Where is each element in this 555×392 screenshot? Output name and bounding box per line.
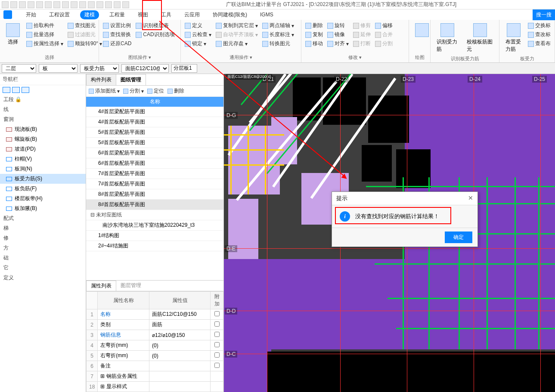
property-row[interactable]: 18⊞ 显示样式 — [87, 382, 223, 392]
drawing-row[interactable]: 5#首层板配筋平面图 — [86, 138, 223, 148]
app-logo-icon[interactable] — [3, 10, 12, 19]
qat-icon[interactable] — [10, 1, 17, 8]
extra-checkbox[interactable] — [214, 332, 220, 337]
extra-checkbox[interactable] — [214, 311, 220, 316]
extra-checkbox[interactable] — [214, 321, 220, 327]
property-value[interactable] — [149, 382, 211, 392]
save-element-button[interactable]: 图元存盘 ▾ — [214, 40, 259, 48]
nav-leaf[interactable]: 板受力筋(S) — [0, 174, 86, 184]
move-button[interactable]: 移动 — [304, 40, 324, 48]
property-row[interactable]: 3钢筋信息⌀12/⌀10@150 — [87, 330, 223, 340]
length-dim-button[interactable]: 长度标注 ▾ — [261, 31, 295, 39]
drawing-row[interactable]: 南沙东湾地块三地下室结施20220429_t3 — [86, 220, 223, 231]
pick-element-button[interactable]: 拾取构件 — [25, 22, 65, 30]
offset-button[interactable]: 偏移 — [374, 22, 394, 30]
property-value[interactable]: 面筋 — [149, 320, 211, 330]
rotate90-button[interactable]: 顺旋转90° ▾ — [66, 40, 103, 48]
rotate-button[interactable]: 旋转 — [326, 22, 350, 30]
qat-icon[interactable] — [114, 1, 121, 8]
property-row[interactable]: 7⊞ 钢筋业务属性 — [87, 371, 223, 382]
nav-group[interactable]: 梯 — [0, 223, 86, 233]
menu-igms[interactable]: IGMS — [257, 11, 276, 19]
drawing-row[interactable]: 7#首层梁配筋平面图 — [86, 169, 223, 179]
property-row[interactable]: 1名称面筋C12/C10@150 — [87, 309, 223, 320]
menu-view[interactable]: 视图 — [135, 10, 151, 19]
nav-leaf[interactable]: 现浇板(B) — [0, 124, 86, 134]
copy-button[interactable]: 复制 — [304, 31, 324, 39]
define-button[interactable]: 定义 — [183, 22, 213, 30]
menu-tools[interactable]: 工具 — [158, 10, 174, 19]
restore-cad-button[interactable]: 还原CAD — [102, 40, 133, 48]
menu-quantity[interactable]: 工程量 — [107, 10, 127, 19]
drawing-row[interactable]: 6#首层梁配筋平面图 — [86, 148, 223, 158]
property-row[interactable]: 2类别面筋 — [87, 320, 223, 330]
convert-element-button[interactable]: 转换图元 — [261, 40, 295, 48]
drawing-row[interactable]: 7#首层板配筋平面图 — [86, 179, 223, 189]
qat-icon[interactable] — [36, 1, 43, 8]
nav-group[interactable]: 础 — [0, 253, 86, 263]
nav-group[interactable]: 配式 — [0, 213, 86, 223]
recognize-rebar-button[interactable]: 识别受力筋 — [433, 22, 462, 55]
extra-checkbox[interactable] — [214, 352, 220, 358]
delete-drawing-button[interactable]: 删除 — [167, 87, 184, 95]
qat-icon[interactable] — [53, 1, 60, 8]
qat-icon[interactable] — [122, 1, 129, 8]
two-point-axis-button[interactable]: 两点辅轴 ▾ — [261, 22, 295, 30]
nav-group[interactable]: 修 — [0, 233, 86, 243]
qat-icon[interactable] — [62, 1, 69, 8]
extra-checkbox[interactable] — [214, 363, 220, 368]
nav-group[interactable]: 工段 🔒 — [0, 95, 86, 105]
check-rebar-button[interactable]: 校核板筋图元 — [463, 22, 496, 55]
batch-select-button[interactable]: 批量选择 — [25, 31, 65, 39]
view-list-icon[interactable] — [3, 87, 10, 93]
drawing-row[interactable]: 4#首层梁配筋平面图 — [86, 107, 223, 117]
split-drawing-button[interactable]: 分割 ▾ — [123, 87, 144, 95]
search-button[interactable]: 搜一搜 — [533, 9, 555, 20]
qat-icon[interactable] — [88, 1, 95, 8]
qat-icon[interactable] — [71, 1, 78, 8]
nav-group[interactable]: 定义 — [0, 273, 86, 283]
view-layout-button[interactable]: 查看布 — [527, 40, 552, 48]
dialog-close-button[interactable]: ✕ — [468, 194, 473, 202]
drawing-row[interactable]: 1#结构图 — [86, 231, 223, 241]
select-by-prop-button[interactable]: 按属性选择 ▾ — [25, 40, 65, 48]
nav-group[interactable]: 方 — [0, 243, 86, 253]
align-button[interactable]: 对齐 ▾ — [326, 40, 350, 48]
qat-icon[interactable] — [19, 1, 26, 8]
property-row[interactable]: 6备注 — [87, 361, 223, 371]
qat-icon[interactable] — [28, 1, 34, 8]
layer-select[interactable]: 分层板1 — [171, 64, 197, 73]
view-tree-icon[interactable] — [12, 87, 20, 93]
nav-leaf[interactable]: 楼层板带(H) — [0, 194, 86, 204]
menu-start[interactable]: 开始 — [23, 10, 39, 19]
qat-icon[interactable] — [45, 1, 52, 8]
nav-leaf[interactable]: 螺旋板(B) — [0, 134, 86, 144]
nav-group[interactable]: 线 — [0, 105, 86, 114]
qat-icon[interactable] — [2, 1, 9, 8]
menu-modeling[interactable]: 建模 — [80, 10, 99, 19]
cloud-check-button[interactable]: 云检查 ▾ — [183, 31, 213, 39]
select-tool-button[interactable]: 选择 — [3, 22, 23, 53]
tab-properties[interactable]: 属性列表 — [86, 281, 116, 291]
add-drawing-button[interactable]: 添加图纸 ▾ — [89, 87, 120, 95]
qat-icon[interactable] — [105, 1, 112, 8]
find-replace-button[interactable]: 查找替换 — [102, 31, 133, 39]
nav-leaf[interactable]: 柱帽(V) — [0, 154, 86, 164]
qat-icon[interactable] — [79, 1, 86, 8]
qat-icon[interactable] — [96, 1, 103, 8]
view-detail-icon[interactable] — [22, 87, 29, 93]
locate-button[interactable]: 定位 — [147, 87, 164, 95]
delete-button[interactable]: 删除 — [304, 22, 324, 30]
draw-button[interactable] — [412, 22, 432, 53]
drawing-list[interactable]: 4#首层梁配筋平面图4#首层板配筋平面图5#首层梁配筋平面图5#首层板配筋平面图… — [86, 107, 223, 281]
property-row[interactable]: 4左弯折(mm)(0) — [87, 340, 223, 351]
property-row[interactable]: 5右弯折(mm)(0) — [87, 351, 223, 361]
menu-project-settings[interactable]: 工程设置 — [47, 10, 72, 19]
property-value[interactable]: (0) — [149, 351, 211, 361]
nav-tree[interactable]: 工段 🔒 线 窗洞 现浇板(B)螺旋板(B)坡道(PD)柱帽(V)板洞(N)板受… — [0, 95, 86, 392]
type-select[interactable]: 板受力筋 — [80, 64, 119, 73]
drawing-row[interactable]: 8#首层梁配筋平面图 — [86, 189, 223, 200]
tab-layers[interactable]: 图层管理 — [116, 281, 146, 291]
property-value[interactable] — [149, 361, 211, 371]
menu-cloud[interactable]: 云应用 — [182, 10, 202, 19]
